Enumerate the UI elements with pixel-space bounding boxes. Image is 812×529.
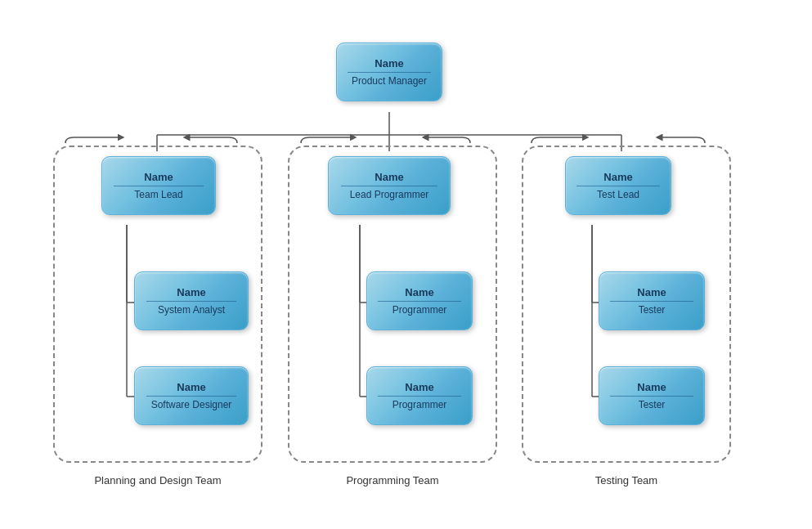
pm-divider xyxy=(348,72,431,73)
card-tester-1: Name Tester xyxy=(599,271,705,330)
sa-name: Name xyxy=(177,283,205,298)
card-programmer-2: Name Programmer xyxy=(366,366,473,425)
sa-role: System Analyst xyxy=(158,304,225,319)
lp-name: Name xyxy=(375,168,403,183)
card-tester-2: Name Tester xyxy=(599,366,705,425)
label-programming: Programming Team xyxy=(288,474,497,486)
pm-name: Name xyxy=(375,54,403,69)
card-software-designer: Name Software Designer xyxy=(134,366,249,425)
card-system-analyst: Name System Analyst xyxy=(134,271,249,330)
label-planning: Planning and Design Team xyxy=(53,474,262,486)
tl-divider xyxy=(114,186,204,186)
pm-role: Product Manager xyxy=(352,75,427,90)
sd-divider xyxy=(146,396,236,397)
p1-divider xyxy=(378,301,461,302)
t1-name: Name xyxy=(637,283,666,298)
tl-role: Team Lead xyxy=(134,189,182,204)
card-lead-programmer: Name Lead Programmer xyxy=(328,156,451,215)
p2-name: Name xyxy=(405,378,433,393)
testl-role: Test Lead xyxy=(597,189,639,204)
card-product-manager: Name Product Manager xyxy=(336,43,442,101)
card-team-lead: Name Team Lead xyxy=(101,156,216,215)
lp-divider xyxy=(341,186,437,186)
t1-role: Tester xyxy=(639,304,666,319)
card-programmer-1: Name Programmer xyxy=(366,271,473,330)
p1-role: Programmer xyxy=(393,304,447,319)
t1-divider xyxy=(610,301,693,302)
card-test-lead: Name Test Lead xyxy=(565,156,671,215)
lp-role: Lead Programmer xyxy=(350,189,429,204)
t2-role: Tester xyxy=(639,399,666,414)
p1-name: Name xyxy=(405,283,433,298)
label-testing: Testing Team xyxy=(522,474,731,486)
t2-name: Name xyxy=(637,378,666,393)
sd-name: Name xyxy=(177,378,205,393)
testl-name: Name xyxy=(603,168,632,183)
testl-divider xyxy=(576,186,660,186)
p2-divider xyxy=(378,396,461,397)
t2-divider xyxy=(610,396,693,397)
sa-divider xyxy=(146,301,236,302)
p2-role: Programmer xyxy=(393,399,447,414)
diagram-container: Name Product Manager Name Team Lead Name… xyxy=(0,0,812,529)
sd-role: Software Designer xyxy=(151,399,232,414)
tl-name: Name xyxy=(144,168,173,183)
